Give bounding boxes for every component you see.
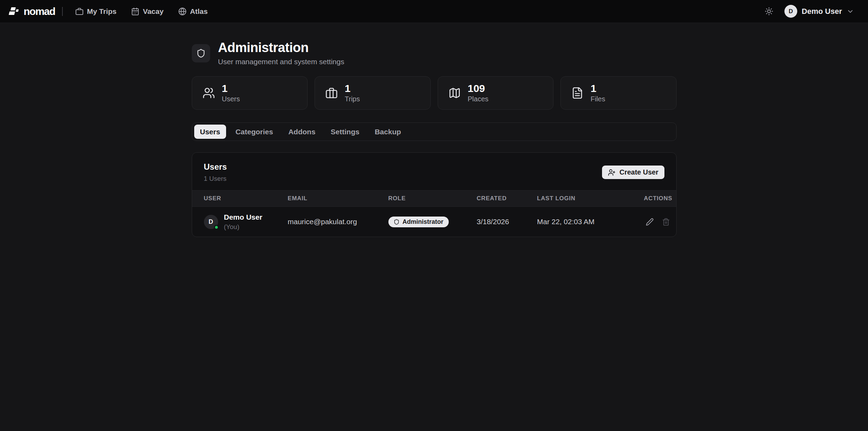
file-text-icon bbox=[571, 87, 584, 99]
tab-categories[interactable]: Categories bbox=[230, 125, 279, 139]
stat-card-places: 109 Places bbox=[438, 76, 554, 110]
create-user-label: Create User bbox=[619, 168, 658, 176]
stat-card-users: 1 Users bbox=[192, 76, 308, 110]
you-label: (You) bbox=[224, 223, 263, 231]
user-menu[interactable]: D Demo User bbox=[784, 5, 854, 18]
stat-label: Places bbox=[468, 95, 489, 103]
nav-item-my-trips[interactable]: My Trips bbox=[70, 5, 121, 18]
last-login-cell: Mar 22, 02:03 AM bbox=[537, 218, 644, 226]
column-header-user: USER bbox=[204, 195, 288, 202]
briefcase-icon bbox=[75, 7, 84, 16]
pencil-icon bbox=[646, 218, 654, 226]
stat-card-trips: 1 Trips bbox=[315, 76, 431, 110]
created-cell: 3/18/2026 bbox=[477, 218, 537, 226]
theme-toggle-button[interactable] bbox=[763, 5, 775, 18]
nav-item-atlas[interactable]: Atlas bbox=[173, 5, 213, 18]
stat-value: 109 bbox=[468, 83, 489, 94]
edit-user-button[interactable] bbox=[644, 216, 655, 228]
stat-label: Files bbox=[591, 95, 605, 103]
nav-item-label: Vacay bbox=[143, 7, 164, 16]
tab-settings[interactable]: Settings bbox=[325, 125, 366, 139]
panel-subtitle: 1 Users bbox=[204, 175, 227, 183]
brand-name: nomad bbox=[24, 6, 55, 17]
users-panel: Users 1 Users Create User USER EMAIL ROL… bbox=[192, 152, 677, 237]
column-header-email: EMAIL bbox=[288, 195, 388, 202]
actions-cell bbox=[644, 216, 672, 228]
primary-nav: My Trips Vacay Atlas bbox=[70, 5, 213, 18]
panel-title: Users bbox=[204, 162, 227, 172]
page-subtitle: User management and system settings bbox=[218, 58, 344, 66]
user-name: Demo User bbox=[802, 7, 842, 16]
navbar-right: D Demo User bbox=[763, 5, 854, 18]
users-table-header: USER EMAIL ROLE CREATED LAST LOGIN ACTIO… bbox=[192, 190, 676, 207]
users-icon bbox=[203, 87, 215, 99]
create-user-button[interactable]: Create User bbox=[602, 166, 664, 179]
online-status-dot bbox=[214, 225, 219, 230]
tab-backup[interactable]: Backup bbox=[369, 125, 407, 139]
shield-icon bbox=[192, 44, 210, 62]
tab-users[interactable]: Users bbox=[194, 125, 226, 139]
avatar: D bbox=[784, 5, 797, 18]
table-row: D Demo User (You) maurice@pakulat.org Ad… bbox=[192, 207, 676, 237]
page-header: Administration User management and syste… bbox=[192, 40, 677, 66]
role-label: Administrator bbox=[403, 218, 444, 226]
column-header-created: CREATED bbox=[477, 195, 537, 202]
nav-item-label: My Trips bbox=[87, 7, 117, 16]
page-title: Administration bbox=[218, 40, 344, 55]
brand-logo[interactable]: nomad bbox=[8, 5, 55, 18]
shield-icon bbox=[394, 219, 399, 225]
column-header-last-login: LAST LOGIN bbox=[537, 195, 644, 202]
user-plus-icon bbox=[608, 169, 616, 176]
users-panel-header: Users 1 Users Create User bbox=[192, 153, 676, 190]
user-name: Demo User bbox=[224, 213, 263, 221]
user-cell: D Demo User (You) bbox=[204, 213, 288, 231]
nomad-logo-icon bbox=[8, 5, 20, 18]
column-header-role: ROLE bbox=[388, 195, 477, 202]
sun-icon bbox=[765, 7, 773, 16]
admin-tabs: Users Categories Addons Settings Backup bbox=[192, 122, 677, 141]
tab-addons[interactable]: Addons bbox=[282, 125, 321, 139]
map-icon bbox=[448, 87, 461, 99]
chevron-down-icon bbox=[846, 8, 854, 15]
stat-label: Trips bbox=[345, 95, 360, 103]
avatar-initial: D bbox=[209, 218, 213, 226]
briefcase-icon bbox=[325, 87, 338, 99]
nav-divider bbox=[62, 7, 63, 16]
stat-value: 1 bbox=[345, 83, 360, 94]
stats-row: 1 Users 1 Trips 109 Places bbox=[192, 76, 677, 110]
nav-item-vacay[interactable]: Vacay bbox=[126, 5, 169, 18]
stat-value: 1 bbox=[222, 83, 240, 94]
stat-label: Users bbox=[222, 95, 240, 103]
main-content: Administration User management and syste… bbox=[192, 40, 677, 237]
role-badge: Administrator bbox=[388, 217, 449, 227]
nav-item-label: Atlas bbox=[190, 7, 208, 16]
avatar: D bbox=[204, 215, 218, 229]
role-cell: Administrator bbox=[388, 217, 477, 227]
trash-icon bbox=[662, 218, 670, 226]
stat-value: 1 bbox=[591, 83, 605, 94]
top-navbar: nomad My Trips Vacay Atlas bbox=[0, 0, 868, 23]
globe-icon bbox=[178, 7, 187, 16]
calendar-icon bbox=[131, 7, 139, 16]
stat-card-files: 1 Files bbox=[560, 76, 677, 110]
email-cell: maurice@pakulat.org bbox=[288, 218, 388, 226]
column-header-actions: ACTIONS bbox=[644, 195, 672, 202]
delete-user-button[interactable] bbox=[660, 216, 672, 228]
